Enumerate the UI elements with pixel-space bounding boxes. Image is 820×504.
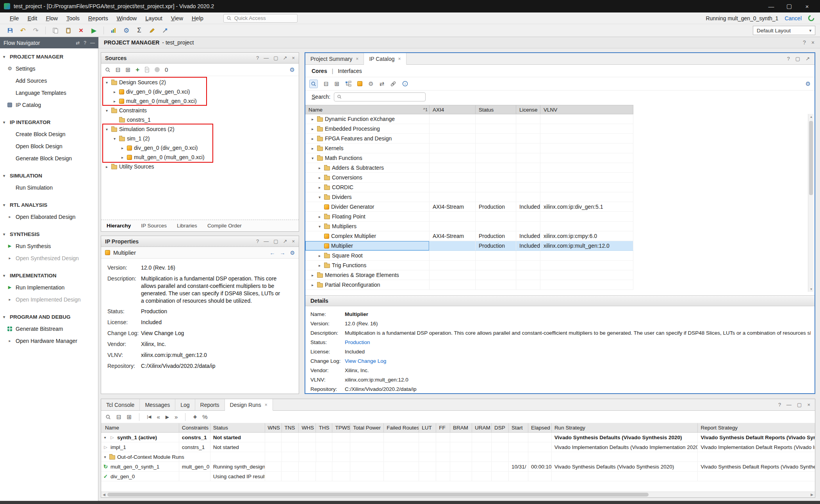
maximize-panel-icon[interactable]: ▢ bbox=[797, 402, 802, 408]
column-header[interactable]: DSP bbox=[492, 423, 509, 432]
catalog-row-memories-storage[interactable]: ▸Memories & Storage Elements bbox=[305, 270, 633, 280]
column-header-vlnv[interactable]: VLNV bbox=[540, 105, 633, 114]
flow-nav-section-header[interactable]: ▾ RTL ANALYSIS bbox=[0, 199, 98, 211]
minimize-panel-icon[interactable]: — bbox=[264, 238, 269, 244]
close-tab-icon[interactable]: × bbox=[398, 56, 401, 62]
chevron-right-icon[interactable]: ▸ bbox=[310, 146, 315, 151]
column-header[interactable]: WNS bbox=[265, 423, 282, 432]
maximize-panel-icon[interactable]: ▢ bbox=[795, 56, 800, 62]
chevron-right-icon[interactable]: ▸ bbox=[317, 215, 322, 219]
flow-nav-section-header[interactable]: ▾ SYNTHESIS bbox=[0, 228, 98, 240]
column-header-status[interactable]: Status bbox=[476, 105, 516, 114]
tree-row-sim-mult-gen[interactable]: ▸ mult_gen_0 (mult_gen_0.xci) bbox=[101, 153, 299, 162]
menu-flow[interactable]: Flow bbox=[41, 14, 62, 23]
tree-row-utility-sources[interactable]: ▸ Utility Sources bbox=[101, 162, 299, 171]
swap-icon[interactable]: ⇄ bbox=[76, 40, 80, 46]
close-tab-icon[interactable]: × bbox=[356, 56, 358, 62]
chevron-right-icon[interactable]: ▸ bbox=[310, 117, 315, 121]
flow-nav-section-header[interactable]: ▾ PROJECT MANAGER bbox=[0, 51, 98, 62]
chevron-right-icon[interactable]: ▸ bbox=[120, 155, 125, 160]
close-icon[interactable]: × bbox=[811, 39, 815, 46]
scrollbar-thumb[interactable] bbox=[107, 493, 649, 497]
float-panel-icon[interactable]: ↗ bbox=[283, 55, 287, 61]
previous-icon[interactable]: « bbox=[157, 413, 160, 420]
close-button[interactable]: × bbox=[798, 0, 816, 12]
float-panel-icon[interactable]: ↗ bbox=[283, 238, 287, 244]
message-filter-icon[interactable] bbox=[155, 67, 160, 72]
minimize-panel-icon[interactable]: — bbox=[90, 40, 95, 46]
layout-selector[interactable]: Default Layout ▾ bbox=[753, 26, 815, 35]
column-header[interactable]: TNS bbox=[282, 423, 299, 432]
menu-window[interactable]: Window bbox=[112, 14, 141, 23]
tab-ip-catalog[interactable]: IP Catalog × bbox=[364, 53, 406, 65]
help-icon[interactable]: ? bbox=[84, 40, 86, 46]
design-run-row-mult-gen-synth[interactable]: ↻mult_gen_0_synth_1 mult_gen_0 Running s… bbox=[101, 462, 815, 472]
next-icon[interactable]: » bbox=[175, 413, 178, 420]
column-header[interactable]: WHS bbox=[299, 423, 316, 432]
probe-icon[interactable] bbox=[160, 25, 170, 35]
column-header-name[interactable]: Name ^1 bbox=[305, 105, 430, 114]
view-change-log-link[interactable]: View Change Log bbox=[345, 358, 386, 364]
catalog-row-conversions[interactable]: ▸Conversions bbox=[305, 173, 633, 183]
scroll-up-icon[interactable]: ▴ bbox=[808, 114, 814, 119]
tree-row-constraints[interactable]: ▾ Constraints bbox=[101, 106, 299, 115]
flow-nav-section-header[interactable]: ▾ SIMULATION bbox=[0, 170, 98, 181]
expand-all-icon[interactable]: ⊞ bbox=[126, 66, 131, 73]
tree-row-sim-1[interactable]: ▾ sim_1 (2) bbox=[101, 134, 299, 143]
reset-runs-icon[interactable]: |◀ bbox=[147, 414, 151, 419]
back-icon[interactable]: ← bbox=[269, 250, 275, 256]
column-header[interactable]: Run Strategy bbox=[552, 423, 698, 432]
help-icon[interactable]: ? bbox=[256, 238, 259, 244]
search-icon[interactable] bbox=[309, 80, 318, 88]
catalog-row-trig-functions[interactable]: ▸Trig Functions bbox=[305, 261, 633, 270]
catalog-row-cordic[interactable]: ▸CORDIC bbox=[305, 183, 633, 192]
maximize-button[interactable]: ▢ bbox=[780, 0, 798, 12]
tree-row-design-sources[interactable]: ▾ Design Sources (2) bbox=[101, 78, 299, 87]
column-header[interactable]: Constraints bbox=[179, 423, 210, 432]
help-icon[interactable]: ? bbox=[787, 56, 790, 62]
design-run-row-impl-1[interactable]: ▷impl_1 constrs_1 Not started Vivado Imp… bbox=[101, 442, 815, 452]
flow-nav-item-open-hardware-manager[interactable]: ▸ Open Hardware Manager bbox=[0, 335, 98, 347]
chevron-right-icon[interactable]: ▸ bbox=[317, 254, 322, 258]
chevron-right-icon[interactable]: ▸ bbox=[317, 185, 322, 190]
flow-nav-item-open-block-design[interactable]: Open Block Design bbox=[0, 140, 98, 152]
column-header-license[interactable]: License bbox=[516, 105, 540, 114]
menu-view[interactable]: View bbox=[167, 14, 187, 23]
flow-nav-item-generate-block-design[interactable]: Generate Block Design bbox=[0, 152, 98, 164]
flow-nav-item-language-templates[interactable]: Language Templates bbox=[0, 87, 98, 99]
link-icon[interactable] bbox=[390, 81, 396, 87]
menu-reports[interactable]: Reports bbox=[84, 14, 112, 23]
view-change-log-link[interactable]: View Change Log bbox=[141, 330, 184, 337]
create-runs-icon[interactable]: + bbox=[193, 413, 197, 421]
column-header[interactable]: Total Power bbox=[350, 423, 384, 432]
catalog-row-adders-subtracters[interactable]: ▸Adders & Subtracters bbox=[305, 163, 633, 173]
gear-icon[interactable]: ⚙ bbox=[806, 80, 811, 87]
column-header[interactable]: TPWS bbox=[332, 423, 350, 432]
flow-nav-item-generate-bitstream[interactable]: Generate Bitstream bbox=[0, 323, 98, 335]
column-header[interactable]: FF bbox=[436, 423, 450, 432]
chevron-right-icon[interactable]: ▸ bbox=[310, 127, 315, 131]
flow-nav-item-open-implemented-design[interactable]: ▸ Open Implemented Design bbox=[0, 293, 98, 305]
chevron-down-icon[interactable]: ▾ bbox=[103, 455, 107, 459]
view-cores[interactable]: Cores bbox=[312, 68, 327, 74]
minimize-button[interactable]: — bbox=[762, 0, 780, 12]
menu-edit[interactable]: Edit bbox=[23, 14, 41, 23]
detail-value-status[interactable]: Production bbox=[345, 339, 370, 345]
flow-nav-section-header[interactable]: ▾ IMPLEMENTATION bbox=[0, 270, 98, 281]
menu-tools[interactable]: Tools bbox=[62, 14, 84, 23]
catalog-row-multipliers[interactable]: ▾Multipliers bbox=[305, 222, 633, 231]
info-icon[interactable]: i bbox=[402, 81, 408, 87]
tab-messages[interactable]: Messages bbox=[140, 399, 175, 410]
chevron-right-icon[interactable]: ▸ bbox=[317, 176, 322, 180]
collapse-all-icon[interactable]: ⊟ bbox=[116, 413, 121, 421]
minimize-panel-icon[interactable]: — bbox=[264, 55, 269, 61]
tree-row-sim-div-gen[interactable]: ▸ div_gen_0 (div_gen_0.xci) bbox=[101, 143, 299, 153]
tree-row-constrs-1[interactable]: constrs_1 bbox=[101, 115, 299, 124]
column-header[interactable]: LUT bbox=[419, 423, 436, 432]
launch-runs-icon[interactable]: ▶ bbox=[166, 414, 169, 420]
add-ip-icon[interactable] bbox=[357, 81, 362, 86]
chevron-right-icon[interactable]: ▸ bbox=[112, 90, 117, 94]
scroll-right-icon[interactable]: ▶ bbox=[809, 492, 815, 497]
chevron-right-icon[interactable]: ▸ bbox=[310, 273, 315, 277]
design-run-row-div-gen[interactable]: ✓div_gen_0 Using cached IP results bbox=[101, 472, 815, 481]
